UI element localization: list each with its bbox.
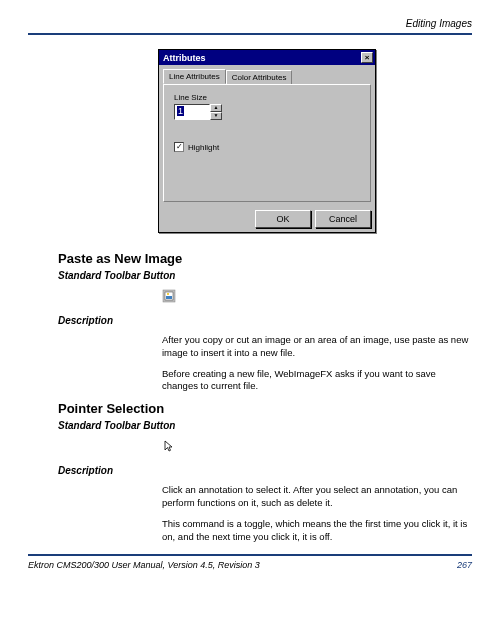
spinner-up-icon[interactable]: ▲	[210, 104, 222, 112]
header-rule	[28, 33, 472, 35]
subsection-toolbar-1: Standard Toolbar Button	[58, 270, 472, 281]
highlight-checkbox[interactable]: ✓	[174, 142, 184, 152]
spinner-down-icon[interactable]: ▼	[210, 112, 222, 120]
section-title-paste: Paste as New Image	[58, 251, 472, 266]
footer-text: Ektron CMS200/300 User Manual, Version 4…	[28, 560, 260, 570]
page-number: 267	[457, 560, 472, 570]
page-header: Editing Images	[28, 18, 472, 29]
description-label-1: Description	[58, 315, 472, 326]
linesize-label: Line Size	[174, 93, 360, 102]
dialog-title: Attributes	[163, 53, 206, 63]
page-footer: Ektron CMS200/300 User Manual, Version 4…	[28, 560, 472, 570]
tab-color-attributes[interactable]: Color Attributes	[226, 70, 293, 85]
body-paragraph: Before creating a new file, WebImageFX a…	[162, 368, 472, 394]
close-icon[interactable]: ×	[361, 52, 373, 63]
section-title-pointer: Pointer Selection	[58, 401, 472, 416]
tab-line-attributes[interactable]: Line Attributes	[163, 69, 226, 84]
tab-panel: Line Size 1 ▲ ▼ ✓ Highlight	[163, 84, 371, 202]
dialog-titlebar: Attributes ×	[159, 50, 375, 65]
pointer-icon	[162, 439, 176, 453]
body-paragraph: This command is a toggle, which means th…	[162, 518, 472, 544]
subsection-toolbar-2: Standard Toolbar Button	[58, 420, 472, 431]
svg-point-3	[167, 293, 169, 295]
footer-rule	[28, 554, 472, 556]
dialog-tabs: Line Attributes Color Attributes	[163, 69, 371, 84]
attributes-dialog: Attributes × Line Attributes Color Attri…	[158, 49, 376, 233]
svg-rect-2	[166, 296, 172, 299]
body-paragraph: Click an annotation to select it. After …	[162, 484, 472, 510]
paste-new-image-icon	[162, 289, 176, 303]
linesize-input[interactable]: 1	[174, 104, 210, 120]
body-paragraph: After you copy or cut an image or an are…	[162, 334, 472, 360]
highlight-label: Highlight	[188, 143, 219, 152]
ok-button[interactable]: OK	[255, 210, 311, 228]
description-label-2: Description	[58, 465, 472, 476]
cancel-button[interactable]: Cancel	[315, 210, 371, 228]
linesize-spinner[interactable]: 1 ▲ ▼	[174, 104, 222, 120]
